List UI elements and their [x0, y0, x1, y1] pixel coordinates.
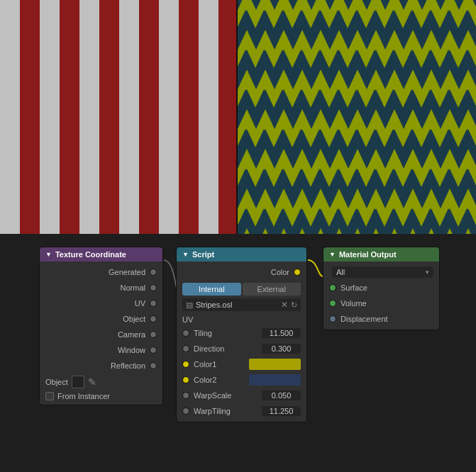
- warpscale-value[interactable]: 0.050: [262, 390, 301, 400]
- texture-coordinate-body: Generated Normal UV Object Camera Window: [40, 262, 162, 405]
- viewport-right: [238, 0, 476, 234]
- material-collapse-triangle[interactable]: ▼: [329, 251, 336, 258]
- normal-label: Normal: [45, 283, 150, 292]
- viewport-area: [0, 0, 476, 234]
- node-editor: ▼ Texture Coordinate Generated Normal UV…: [0, 234, 476, 472]
- socket-direction-in[interactable]: [182, 345, 189, 352]
- color1-label: Color1: [189, 360, 246, 369]
- socket-tiling-in[interactable]: [182, 330, 189, 337]
- socket-displacement-in[interactable]: [329, 315, 336, 322]
- script-color-row: Color: [177, 264, 306, 280]
- material-output-title: Material Output: [339, 250, 397, 259]
- surface-label: Surface: [336, 283, 433, 292]
- script-color1-row: Color1: [177, 356, 306, 372]
- generated-label: Generated: [45, 268, 150, 276]
- script-warpscale-row: WarpScale 0.050: [177, 388, 306, 403]
- socket-uv[interactable]: [150, 300, 157, 307]
- material-volume-row: Volume: [323, 296, 439, 311]
- socket-warptiling-in[interactable]: [182, 408, 189, 415]
- node-row-uv: UV: [40, 296, 162, 311]
- node-row-object: Object: [40, 311, 162, 327]
- tab-external[interactable]: External: [243, 283, 301, 296]
- volume-label: Volume: [336, 299, 433, 308]
- color1-swatch[interactable]: [249, 359, 301, 370]
- from-instancer-row: From Instancer: [40, 390, 162, 402]
- node-row-generated: Generated: [40, 264, 162, 280]
- socket-volume-in[interactable]: [329, 300, 336, 307]
- direction-label: Direction: [189, 344, 262, 353]
- node-row-normal: Normal: [40, 280, 162, 296]
- texture-coordinate-header: ▼ Texture Coordinate: [40, 247, 162, 262]
- script-file-name: Stripes.osl: [196, 300, 278, 309]
- tab-internal[interactable]: Internal: [182, 283, 241, 296]
- script-direction-row: Direction 0.300: [177, 341, 306, 356]
- tiling-label: Tiling: [189, 329, 262, 337]
- script-title: Script: [192, 250, 214, 259]
- socket-camera[interactable]: [150, 331, 157, 338]
- socket-surface-in[interactable]: [329, 284, 336, 291]
- script-file-row[interactable]: ▤ Stripes.osl ✕ ↻: [182, 298, 301, 311]
- zigzag-preview: [238, 0, 476, 234]
- material-displacement-row: Displacement: [323, 311, 439, 327]
- camera-label: Camera: [45, 330, 150, 339]
- node-script: ▼ Script Color Internal External ▤ Strip…: [176, 247, 307, 422]
- socket-color1-in[interactable]: [182, 361, 189, 368]
- socket-warpscale-in[interactable]: [182, 392, 189, 399]
- node-texture-coordinate: ▼ Texture Coordinate Generated Normal UV…: [39, 247, 163, 405]
- uv-label: UV: [45, 299, 150, 308]
- socket-window[interactable]: [150, 347, 157, 354]
- material-output-body: All ▾ Surface Volume Displacement: [323, 262, 439, 330]
- node-row-window: Window: [40, 342, 162, 358]
- material-dropdown-row: All ▾: [323, 264, 439, 280]
- object-select-row: Object ✎: [40, 373, 162, 390]
- object-label-row: Object: [45, 315, 150, 323]
- reflection-label: Reflection: [45, 361, 150, 370]
- tiling-value[interactable]: 11.500: [262, 328, 301, 338]
- script-uv-section: UV: [177, 314, 306, 325]
- from-instancer-label: From Instancer: [57, 392, 110, 400]
- socket-generated[interactable]: [150, 269, 157, 276]
- stripes-preview: [0, 0, 238, 234]
- script-color2-row: Color2: [177, 372, 306, 388]
- script-body: Color Internal External ▤ Stripes.osl ✕ …: [177, 262, 306, 422]
- script-collapse-triangle[interactable]: ▼: [182, 251, 189, 258]
- script-tiling-row: Tiling 11.500: [177, 325, 306, 341]
- script-tabs: Internal External: [182, 283, 301, 296]
- object-color-swatch[interactable]: [72, 376, 84, 388]
- from-instancer-checkbox[interactable]: [45, 392, 54, 400]
- script-file-icon: ▤: [186, 300, 193, 310]
- script-warptiling-row: WarpTiling 11.250: [177, 403, 306, 419]
- script-header: ▼ Script: [177, 247, 306, 262]
- object-select-label: Object: [45, 378, 68, 386]
- material-dropdown[interactable]: All ▾: [332, 266, 433, 278]
- color2-label: Color2: [189, 376, 246, 384]
- object-picker-icon[interactable]: ✎: [88, 376, 96, 388]
- node-row-reflection: Reflection: [40, 358, 162, 373]
- socket-normal[interactable]: [150, 284, 157, 291]
- direction-value[interactable]: 0.300: [262, 344, 301, 354]
- material-dropdown-value: All: [336, 268, 345, 276]
- material-surface-row: Surface: [323, 280, 439, 296]
- warptiling-value[interactable]: 11.250: [262, 406, 301, 416]
- socket-color2-in[interactable]: [182, 376, 189, 383]
- dropdown-arrow-icon: ▾: [426, 269, 429, 276]
- socket-color-out[interactable]: [294, 269, 301, 276]
- socket-object[interactable]: [150, 315, 157, 322]
- script-file-refresh-icon[interactable]: ↻: [291, 300, 297, 310]
- color2-swatch[interactable]: [249, 374, 301, 386]
- viewport-separator: [236, 0, 238, 234]
- collapse-triangle[interactable]: ▼: [45, 251, 52, 258]
- script-file-close-icon[interactable]: ✕: [281, 300, 288, 310]
- material-output-header: ▼ Material Output: [323, 247, 439, 262]
- script-color-label: Color: [182, 268, 294, 276]
- displacement-label: Displacement: [336, 315, 433, 323]
- node-row-camera: Camera: [40, 327, 162, 342]
- warpscale-label: WarpScale: [189, 391, 262, 400]
- socket-reflection[interactable]: [150, 362, 157, 369]
- viewport-left: [0, 0, 238, 234]
- window-label: Window: [45, 346, 150, 354]
- node-material-output: ▼ Material Output All ▾ Surface Volume: [323, 247, 440, 330]
- warptiling-label: WarpTiling: [189, 407, 262, 415]
- texture-coordinate-title: Texture Coordinate: [55, 250, 126, 259]
